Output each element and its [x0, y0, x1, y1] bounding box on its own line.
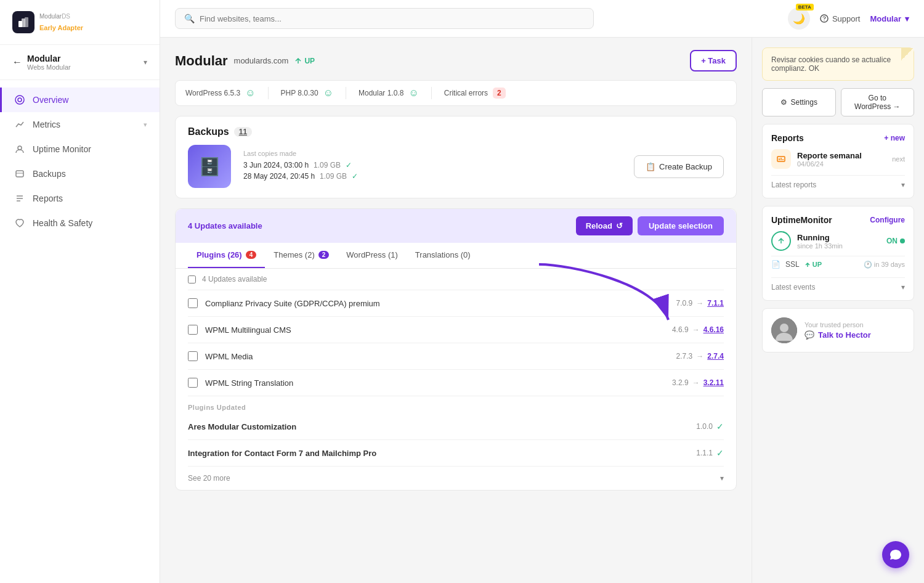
- create-backup-button[interactable]: 📋 Create Backup: [634, 155, 724, 178]
- site-sub: Webs Modular: [27, 63, 71, 71]
- uptime-running-icon: [771, 231, 791, 251]
- tab-plugins-badge: 4: [246, 251, 257, 259]
- reports-card: Reports + new Reporte semanal: [762, 124, 914, 198]
- plugin-checkbox-3[interactable]: [188, 378, 198, 388]
- updated-plugin-row-1: Integration for Contact Form 7 and Mailc…: [188, 440, 724, 467]
- dark-mode-button[interactable]: 🌙 BETA: [788, 7, 810, 30]
- up-arrow-icon: [294, 57, 302, 65]
- plugin-checkbox-1[interactable]: [188, 325, 198, 335]
- tab-translations[interactable]: Translations (0): [407, 243, 479, 268]
- plugin-checkbox-2[interactable]: [188, 351, 198, 361]
- reports-new-button[interactable]: + new: [884, 134, 905, 142]
- arrow-right-icon-1: →: [692, 325, 700, 334]
- updates-card: 4 Updates available Reload ↺ Update sele…: [175, 208, 737, 491]
- plugin-from-2: 2.7.3: [676, 352, 693, 361]
- avatar-image: [771, 317, 797, 343]
- report-date: 04/06/24: [797, 160, 886, 168]
- backups-count[interactable]: 11: [234, 127, 252, 137]
- sidebar-item-health[interactable]: Health & Safety: [0, 211, 160, 235]
- modular-ok-icon: ☺: [408, 88, 418, 99]
- sidebar-item-reports[interactable]: Reports: [0, 186, 160, 211]
- tab-themes-badge: 2: [318, 251, 330, 259]
- metrics-icon: [14, 119, 25, 130]
- plugin-row-2: WPML Media 2.7.3 → 2.7.4: [188, 343, 724, 370]
- trusted-label: Your trusted person: [804, 321, 871, 328]
- critical-count-badge: 2: [493, 88, 506, 99]
- status-wordpress: WordPress 6.5.3 ☺: [185, 88, 256, 99]
- latest-reports-button[interactable]: Latest reports ▾: [771, 175, 905, 189]
- user-label: Modular: [870, 14, 901, 23]
- tab-plugins[interactable]: Plugins (26) 4: [188, 243, 265, 268]
- create-backup-label: Create Backup: [659, 162, 712, 171]
- sidebar-item-label-metrics: Metrics: [33, 120, 60, 129]
- sidebar-item-backups[interactable]: Backups: [0, 161, 160, 186]
- configure-button[interactable]: Configure: [870, 216, 905, 224]
- latest-reports-label: Latest reports: [771, 181, 816, 189]
- backup-date-2: 28 May 2024, 20:45 h: [243, 172, 315, 181]
- tab-themes-label: Themes (2): [274, 250, 314, 259]
- select-all-checkbox[interactable]: [188, 275, 196, 283]
- backup-details: Last copies made 3 Jun 2024, 03:00 h 1.0…: [243, 150, 622, 183]
- latest-reports-chevron-icon: ▾: [901, 181, 905, 189]
- site-name: Modular: [27, 54, 71, 63]
- plugin-checkbox-0[interactable]: [188, 298, 198, 308]
- chat-bubble-button[interactable]: [882, 541, 909, 568]
- backup-label: Last copies made: [243, 150, 622, 157]
- status-critical: Critical errors 2: [444, 88, 506, 99]
- trusted-info: Your trusted person 💬 Talk to Hector: [804, 321, 871, 340]
- support-button[interactable]: Support: [820, 14, 861, 23]
- sidebar-item-label-backups: Backups: [33, 169, 66, 179]
- support-icon: [820, 14, 829, 23]
- svg-rect-2: [25, 17, 28, 27]
- updated-plugin-version-1: 1.1.1 ✓: [696, 448, 724, 458]
- report-name: Reporte semanal: [797, 151, 886, 160]
- uptime-icon: [14, 144, 25, 155]
- sidebar-item-uptime[interactable]: Uptime Monitor: [0, 137, 160, 161]
- chat-bubble-icon: [889, 548, 902, 561]
- sidebar-item-overview[interactable]: Overview: [0, 88, 160, 112]
- task-button[interactable]: + Task: [690, 50, 737, 71]
- latest-events-button[interactable]: Latest events ▾: [771, 277, 905, 292]
- user-menu-button[interactable]: Modular ▾: [870, 14, 909, 23]
- php-ok-icon: ☺: [323, 88, 333, 99]
- updated-plugin-row-0: Ares Modular Customization 1.0.0 ✓: [188, 414, 724, 440]
- site-url: modulards.com: [234, 56, 289, 65]
- tab-wordpress-label: WordPress (1): [346, 250, 398, 259]
- talk-to-hector-button[interactable]: 💬 Talk to Hector: [804, 330, 871, 340]
- backup-check-1: ✓: [346, 161, 352, 169]
- status-php: PHP 8.0.30 ☺: [281, 88, 334, 99]
- plugin-versions-0: 7.0.9 → 7.1.1: [676, 299, 724, 308]
- reports-item: Reporte semanal 04/06/24 next: [771, 149, 905, 169]
- updated-plugin-v-0: 1.0.0: [696, 422, 713, 431]
- backups-icon: [14, 168, 25, 179]
- reports-next-button[interactable]: next: [892, 155, 905, 163]
- svg-point-4: [18, 98, 22, 102]
- goto-wordpress-button[interactable]: Go to WordPress →: [841, 88, 915, 116]
- backup-icon-area: 🗄️: [188, 145, 231, 188]
- sidebar-item-metrics[interactable]: Metrics ▾: [0, 112, 160, 137]
- plugin-row-1: WPML Multilingual CMS 4.6.9 → 4.6.16: [188, 317, 724, 343]
- tab-wordpress[interactable]: WordPress (1): [338, 243, 407, 268]
- plugin-versions-3: 3.2.9 → 3.2.11: [672, 378, 724, 387]
- tabs-row: Plugins (26) 4 Themes (2) 2 WordPress (1…: [176, 243, 736, 269]
- settings-button[interactable]: ⚙ Settings: [762, 88, 836, 116]
- sidebar-site[interactable]: ← Modular Webs Modular ▾: [0, 45, 160, 80]
- backup-row-1: 3 Jun 2024, 03:00 h 1.09 GB ✓: [243, 161, 622, 169]
- ssl-up-badge: UP: [804, 261, 822, 268]
- see-more-button[interactable]: See 20 more ▾: [188, 467, 724, 490]
- header: 🔍 🌙 BETA Support Modular ▾: [160, 0, 924, 38]
- tab-themes[interactable]: Themes (2) 2: [265, 243, 338, 268]
- plugin-name-1: WPML Multilingual CMS: [205, 325, 672, 335]
- updated-plugin-v-1: 1.1.1: [696, 449, 713, 457]
- chevron-down-icon: ▾: [144, 58, 147, 67]
- update-selection-button[interactable]: Update selection: [638, 216, 724, 235]
- search-bar[interactable]: 🔍: [175, 8, 594, 29]
- plugin-from-0: 7.0.9: [676, 299, 693, 308]
- backups-card: Backups 11 🗄️ Last copies made 3 Jun 202…: [175, 116, 737, 198]
- reload-button[interactable]: Reload ↺: [576, 216, 633, 235]
- reports-header: Reports + new: [771, 133, 905, 143]
- back-arrow-icon[interactable]: ←: [12, 57, 22, 68]
- search-input[interactable]: [200, 14, 585, 23]
- talk-label: Talk to Hector: [818, 330, 871, 340]
- critical-label: Critical errors: [444, 89, 488, 97]
